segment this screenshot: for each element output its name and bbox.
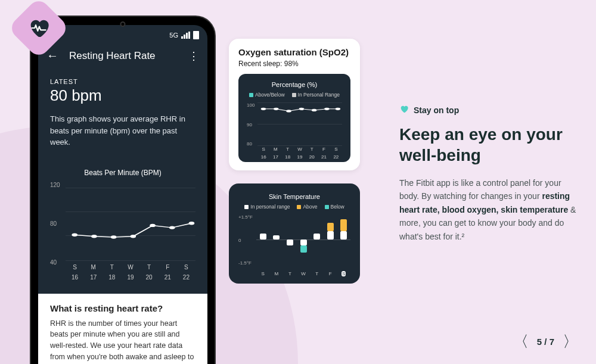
signal-icon [181,32,190,39]
body-text: The Fitbit app is like a control panel f… [399,176,578,243]
spo2-line-svg [257,102,342,145]
svg-point-4 [150,223,156,226]
spo2-chart-title: Percentage (%) [247,81,342,88]
spo2-plot: 100 90 80 S16 M17 T18 W19 T20 [247,102,342,156]
spo2-x-axis: S16 M17 T18 W19 T20 F21 S22 [257,147,342,160]
heart-icon [399,104,409,116]
svg-point-8 [274,108,279,110]
latest-label: LATEST [50,78,195,85]
spo2-y-axis: 100 90 80 [247,102,254,147]
svg-point-9 [286,110,291,112]
bpm-chart-section: Beats Per Minute (BPM) 120 80 40 S16 M17… [38,158,207,285]
bpm-plot-area [66,188,195,260]
svg-point-0 [72,233,77,236]
skin-temp-card: Skin Temperature In personal range Above… [229,183,360,284]
svg-point-11 [312,109,317,111]
spo2-card: Oxygen saturation (SpO2) Recent sleep: 9… [229,39,360,170]
next-arrow-icon[interactable]: 〉 [563,331,578,352]
eyebrow: Stay on top [399,104,578,116]
bpm-chart: 120 80 40 S16 M17 T18 W19 T20 F21 [50,185,195,275]
spo2-subtitle: Recent sleep: 98% [238,60,350,68]
headline: Keep an eye on your well-being [399,124,578,166]
latest-description: This graph shows your average RHR in bea… [50,113,195,148]
svg-point-1 [91,235,97,238]
back-arrow-icon[interactable]: ← [46,49,58,63]
page-indicator: 5 / 7 [537,337,554,347]
svg-point-5 [169,226,175,229]
svg-point-2 [111,235,117,238]
svg-point-7 [261,108,266,110]
menu-dots-icon[interactable]: ⋮ [188,49,199,63]
temp-x-axis: S M T W T F S [256,271,350,276]
info-title: What is resting heart rate? [50,303,195,313]
eyebrow-text: Stay on top [414,105,459,115]
info-text: RHR is the number of times your heart be… [50,318,195,365]
svg-point-6 [189,222,195,225]
svg-point-3 [131,235,136,238]
bpm-chart-title: Beats Per Minute (BPM) [50,169,195,177]
svg-point-13 [336,108,341,110]
phone-frame: 5G ← Resting Heart Rate ⋮ LATEST 80 bpm … [31,17,215,364]
latest-section: LATEST 80 bpm This graph shows your aver… [38,69,207,158]
temp-bars [256,214,350,265]
prev-arrow-icon[interactable]: 〈 [513,331,529,352]
temp-legend: In personal range Above Below [238,204,350,210]
app-header: ← Resting Heart Rate ⋮ [38,43,207,69]
app-title: Resting Heart Rate [69,50,188,62]
bpm-points [66,188,195,260]
svg-point-10 [299,108,305,110]
svg-point-12 [324,108,330,110]
marketing-panel: Stay on top Keep an eye on your well-bei… [399,104,578,243]
spo2-legend: Above/Below In Personal Range [247,92,342,98]
side-cards: Oxygen saturation (SpO2) Recent sleep: 9… [229,39,360,284]
bpm-x-axis: S16 M17 T18 W19 T20 F21 S22 [66,264,195,281]
pagination: 〈 5 / 7 〉 [513,331,578,352]
spo2-chart: Percentage (%) Above/Below In Personal R… [238,74,350,162]
phone-camera [120,21,126,27]
temp-y-axis: +1.5°F 0 -1.5°F [238,214,253,266]
temp-title: Skin Temperature [238,193,350,200]
phone-screen: 5G ← Resting Heart Rate ⋮ LATEST 80 bpm … [38,25,207,364]
temp-plot: +1.5°F 0 -1.5°F S M T W T F [238,214,350,274]
battery-icon [193,31,199,39]
spo2-title: Oxygen saturation (SpO2) [238,47,350,57]
info-card: What is resting heart rate? RHR is the n… [38,294,207,365]
latest-value: 80 bpm [50,86,195,105]
network-label: 5G [169,32,178,39]
bpm-y-axis: 120 80 40 [50,185,60,263]
